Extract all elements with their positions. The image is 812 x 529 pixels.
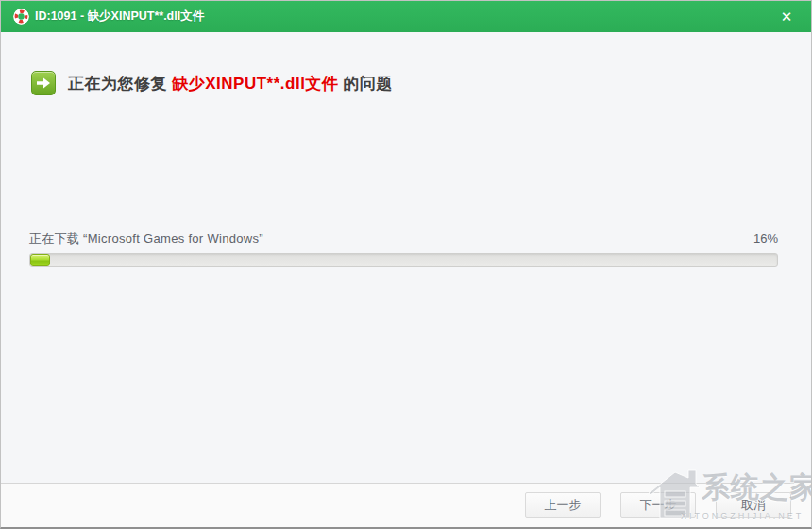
download-status-text: 正在下载 “Microsoft Games for Windows” bbox=[29, 230, 263, 247]
footer-bar: 上一步 下一步 取消 bbox=[1, 483, 811, 527]
download-status-row: 正在下载 “Microsoft Games for Windows” 16% bbox=[29, 230, 778, 247]
heading-suffix: 的问题 bbox=[338, 75, 393, 93]
heading-highlight: 缺少XINPUT**.dll文件 bbox=[172, 75, 338, 93]
download-percent: 16% bbox=[753, 231, 778, 246]
heading-prefix: 正在为您修复 bbox=[68, 75, 172, 93]
cancel-button[interactable]: 取消 bbox=[716, 492, 791, 518]
green-arrow-icon bbox=[31, 71, 56, 95]
previous-step-button[interactable]: 上一步 bbox=[525, 492, 601, 518]
repair-heading: 正在为您修复 缺少XINPUT**.dll文件 的问题 bbox=[31, 71, 393, 95]
next-step-button[interactable]: 下一步 bbox=[620, 492, 696, 518]
dll-repair-dialog: ID:1091 - 缺少XINPUT**.dll文件 ✕ 正在为您修复 缺少XI… bbox=[0, 0, 812, 529]
window-title: ID:1091 - 缺少XINPUT**.dll文件 bbox=[35, 9, 773, 25]
lifebuoy-app-icon bbox=[13, 9, 29, 25]
progress-bar-fill bbox=[30, 254, 50, 266]
heading-text: 正在为您修复 缺少XINPUT**.dll文件 的问题 bbox=[68, 73, 393, 94]
progress-bar-track bbox=[29, 253, 778, 267]
title-bar: ID:1091 - 缺少XINPUT**.dll文件 ✕ bbox=[1, 1, 811, 32]
close-icon[interactable]: ✕ bbox=[773, 6, 800, 28]
